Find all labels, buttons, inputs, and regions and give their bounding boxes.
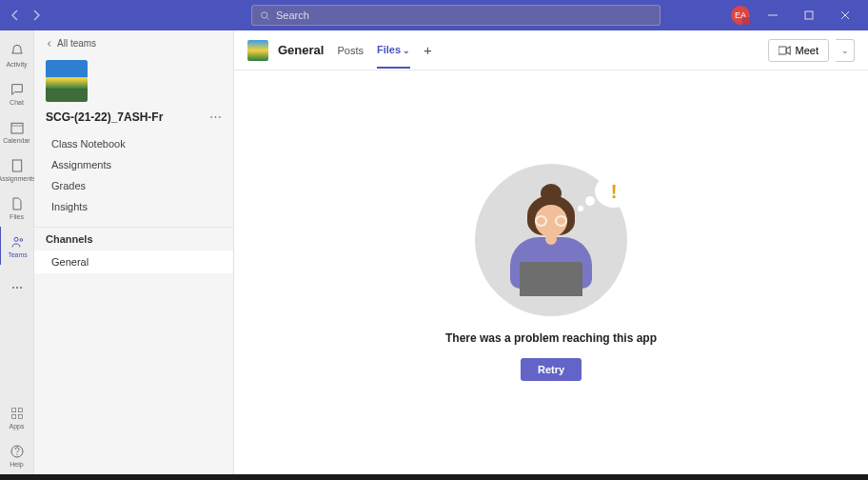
rail-help[interactable]: Help	[0, 436, 34, 474]
svg-point-4	[14, 237, 18, 241]
channel-title: General	[278, 43, 324, 57]
team-avatar[interactable]	[46, 60, 88, 102]
rail-activity[interactable]: Activity	[0, 36, 34, 74]
rail-teams[interactable]: Teams	[0, 227, 33, 265]
channel-header: General Posts Files⌄ + Meet ⌄	[234, 30, 868, 70]
svg-point-6	[12, 287, 14, 289]
video-icon	[779, 46, 791, 55]
exclamation-icon: !	[595, 175, 633, 208]
team-panel: All teams SCG-(21-22)_7ASH-Fr ⋯ Class No…	[34, 30, 234, 474]
team-more-button[interactable]: ⋯	[209, 110, 222, 124]
svg-rect-11	[11, 414, 15, 418]
rail-more[interactable]	[0, 269, 34, 307]
rail-apps[interactable]: Apps	[0, 398, 34, 436]
svg-rect-15	[779, 46, 786, 53]
svg-rect-1	[805, 11, 813, 19]
search-input[interactable]: Search	[251, 5, 661, 26]
chevron-down-icon: ⌄	[403, 46, 410, 55]
svg-point-0	[262, 11, 267, 17]
rail-files[interactable]: Files	[0, 189, 34, 227]
meet-dropdown[interactable]: ⌄	[836, 39, 855, 62]
svg-point-5	[20, 238, 23, 241]
svg-point-8	[20, 287, 22, 289]
error-illustration: !	[475, 164, 627, 316]
svg-rect-12	[18, 414, 22, 418]
meet-button[interactable]: Meet	[768, 39, 829, 62]
chevron-left-icon	[46, 40, 53, 48]
minimize-button[interactable]	[760, 0, 786, 30]
nav-back-button[interactable]	[8, 8, 23, 23]
profile-avatar[interactable]: EA	[731, 6, 750, 25]
retry-button[interactable]: Retry	[521, 358, 582, 381]
section-grades[interactable]: Grades	[34, 175, 233, 196]
team-title: SCG-(21-22)_7ASH-Fr	[46, 110, 163, 124]
rail-calendar[interactable]: Calendar	[0, 112, 34, 150]
svg-rect-10	[18, 408, 22, 411]
svg-point-14	[16, 453, 17, 454]
nav-forward-button[interactable]	[29, 8, 44, 23]
section-class-notebook[interactable]: Class Notebook	[34, 133, 233, 154]
channel-avatar	[247, 40, 268, 61]
add-tab-button[interactable]: +	[424, 42, 432, 58]
section-assignments[interactable]: Assignments	[34, 154, 233, 175]
channel-general[interactable]: General	[34, 250, 233, 273]
maximize-button[interactable]	[796, 0, 822, 30]
error-message: There was a problem reaching this app	[445, 331, 657, 345]
tab-files[interactable]: Files⌄	[377, 32, 410, 69]
svg-rect-2	[11, 123, 23, 133]
title-bar: Search EA	[0, 0, 868, 30]
content-area: General Posts Files⌄ + Meet ⌄	[234, 30, 868, 474]
rail-assignments[interactable]: Assignments	[0, 150, 34, 189]
section-insights[interactable]: Insights	[34, 196, 233, 217]
tab-posts[interactable]: Posts	[337, 33, 364, 68]
channels-heading: Channels	[34, 227, 233, 250]
svg-rect-9	[11, 408, 15, 411]
svg-point-7	[16, 287, 18, 289]
app-rail: Activity Chat Calendar Assignments Files…	[0, 30, 34, 474]
search-icon	[260, 10, 270, 21]
search-placeholder: Search	[276, 10, 309, 21]
back-to-teams[interactable]: All teams	[34, 38, 233, 56]
windows-taskbar[interactable]	[0, 474, 868, 480]
close-button[interactable]	[832, 0, 858, 30]
rail-chat[interactable]: Chat	[0, 74, 34, 112]
svg-rect-3	[12, 160, 21, 171]
